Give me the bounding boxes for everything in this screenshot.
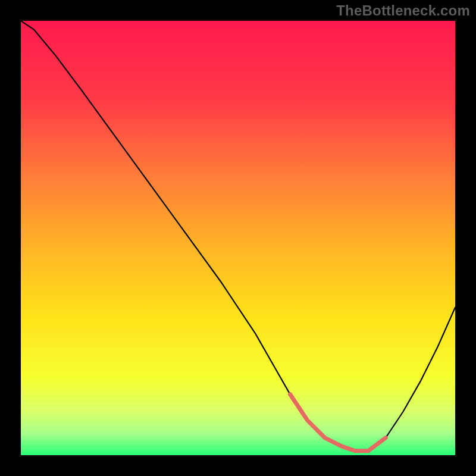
- highlight-segment: [290, 394, 386, 451]
- chart-canvas: TheBottleneck.com: [0, 0, 476, 476]
- plot-area: [21, 21, 455, 455]
- curve-layer: [21, 21, 455, 455]
- bottleneck-curve: [21, 21, 455, 451]
- watermark-label: TheBottleneck.com: [336, 2, 470, 19]
